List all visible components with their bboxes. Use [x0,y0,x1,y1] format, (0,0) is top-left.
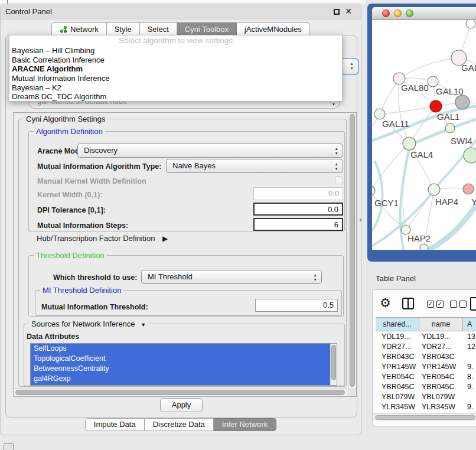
mac-close-icon[interactable] [382,9,390,17]
table-cell[interactable]: YBR043C [419,352,463,362]
column-header-shared-name[interactable]: shared... [376,318,419,331]
close-icon[interactable]: ✕ [345,6,352,16]
list-scrollbar[interactable] [330,344,337,385]
algorithm-option[interactable]: Bayesian – Hill Climbing [9,46,342,56]
data-attribute-option[interactable]: TopologicalCoefficient [31,354,330,364]
data-attribute-option[interactable]: BetweennessCentrality [31,364,330,374]
aracne-mode-combobox[interactable]: Discovery ▲▼ [77,144,343,158]
network-window-titlebar[interactable] [372,7,476,20]
mutual-information-threshold-field[interactable]: 0.5 [255,299,338,312]
data-attributes-list[interactable]: SelfLoopsTopologicalCoefficientBetweenne… [30,343,337,386]
table-cell[interactable]: YPR145W [419,362,463,372]
data-attribute-option[interactable]: SelfLoops [31,344,330,354]
network-node-gal4[interactable] [403,137,416,150]
table-cell[interactable]: YER054C [376,372,419,382]
network-node-swi4[interactable] [445,123,455,133]
table-cell[interactable]: YBR045C [419,382,463,392]
tab-discretize-data[interactable]: Discretize Data [145,418,214,431]
table-cell[interactable]: YPR145W [376,362,419,372]
scrollbar-thumb[interactable] [15,390,345,395]
table-row[interactable]: YER054CYER054C8. [376,372,476,382]
tab-network[interactable]: Network [51,22,107,36]
algorithm-option[interactable]: Bayesian – K2 [9,83,342,93]
table-cell[interactable]: 9. [463,382,476,392]
algorithm-option[interactable]: Basic Correlation Inference [9,56,342,65]
network-node-gal11[interactable] [374,109,385,119]
network-node-gal10[interactable] [428,76,438,87]
network-node-hap4[interactable] [428,184,440,195]
table-cell[interactable]: YDR27... [419,342,463,352]
gear-icon[interactable]: ⚙ [380,295,391,311]
table-cell[interactable]: YBR043C [376,352,419,362]
network-node-gcy1[interactable] [372,186,375,195]
table-cell[interactable]: 12 [463,342,476,352]
table-row[interactable]: YPR145WYPR145W9. [376,362,476,372]
deselect-all-icon[interactable] [450,301,467,308]
manual-kernel-width-checkbox[interactable] [335,176,343,184]
table-cell[interactable]: YBL079W [376,392,419,402]
mac-minimize-icon[interactable] [394,9,402,17]
table-cell[interactable]: YDL19... [376,332,419,342]
table-cell[interactable]: 9. [463,362,476,372]
table-cell[interactable]: YDL19... [419,332,463,342]
table-cell[interactable] [463,352,476,362]
tab-jactivemnodules[interactable]: jActiveMNodules [237,22,310,36]
apply-button[interactable]: Apply [160,398,203,412]
data-attribute-option-partial[interactable] [31,384,330,386]
select-all-icon[interactable]: ✓✓ [427,301,444,308]
table-cell[interactable] [463,392,476,402]
tab-style[interactable]: Style [107,22,140,36]
table-row[interactable]: YBL079WYBL079W [376,392,476,402]
horizontal-scrollbar[interactable] [14,388,348,396]
algorithm-option[interactable]: Mutual Information Inference [9,74,342,83]
table-cell[interactable]: YDR27... [376,342,419,352]
tab-infer-network[interactable]: Infer Network [214,418,276,431]
collapse-arrow-icon[interactable]: ▼ [141,322,146,328]
table-cell[interactable]: 8. [463,372,476,382]
dpi-tolerance-field[interactable]: 0.0 [253,203,343,216]
algorithm-option[interactable]: ARACNE Algorithm [9,64,342,74]
table-row[interactable]: YDR27...YDR27...12 [376,342,476,352]
scrollbar-thumb[interactable] [350,114,355,387]
tab-cyni-toolbox[interactable]: Cyni Toolbox [177,22,237,36]
table-row[interactable]: YBR043CYBR043C [376,352,476,362]
float-window-icon[interactable] [334,9,340,15]
expand-arrow-icon[interactable]: ▶ [162,234,168,243]
bottom-corner-icon[interactable] [4,443,14,450]
column-header-clipped[interactable]: A [463,318,476,331]
kernel-width-field[interactable]: 0.0 [253,187,343,200]
table-horizontal-scrollbar[interactable] [373,413,476,421]
hub-definition-section[interactable]: Hub/Transcription Factor Definition ▶ [37,234,168,243]
table-cell[interactable]: 9. [463,402,476,412]
mac-zoom-icon[interactable] [406,9,413,17]
network-canvas[interactable]: GALGAL80GAL10GAL1GAL11SWI4GAL4HAP4YGCY1H… [372,20,476,250]
scrollbar-thumb[interactable] [375,415,475,420]
tab-select[interactable]: Select [140,22,177,36]
data-attribute-option[interactable]: gal4RGexp [31,374,330,384]
network-node[interactable] [455,95,470,109]
scrollbar-thumb[interactable] [331,345,336,380]
table-cell[interactable]: YLR345W [376,402,419,412]
algorithm-option[interactable]: Dream8 DC_TDC Algorithm [9,92,342,102]
splitter-grip[interactable] [360,219,361,221]
page-icon[interactable] [470,297,476,311]
table-row[interactable]: YLR345WYLR345W9. [376,402,476,412]
table-cell[interactable]: YER054C [419,372,463,382]
network-node[interactable] [464,148,476,163]
table-cell[interactable]: YLR345W [419,402,463,412]
tab-impute-data[interactable]: Impute Data [85,418,145,431]
network-node[interactable] [420,244,428,250]
network-node-gal1[interactable] [430,100,442,112]
table-row[interactable]: YDL19...YDL19...13 [376,332,476,342]
column-header-name[interactable]: name [419,318,463,331]
network-node-y[interactable] [463,184,474,194]
mi-steps-field[interactable]: 6 [253,218,343,231]
which-threshold-combobox[interactable]: MI Threshold ▲▼ [141,270,322,284]
table-row[interactable]: YBR045CYBR045C9. [376,382,476,392]
table-cell[interactable]: YBR045C [376,382,419,392]
split-columns-icon[interactable] [402,298,414,309]
inference-algorithm-combobox-fragment[interactable]: ▲▼ [340,58,359,75]
vertical-scrollbar[interactable] [348,113,356,388]
network-node[interactable] [466,20,475,28]
table-cell[interactable]: YBL079W [419,392,463,402]
